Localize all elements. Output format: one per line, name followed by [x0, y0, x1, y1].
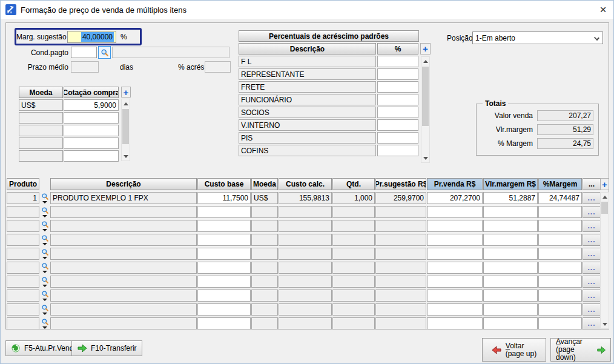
cell-vlr-margem[interactable]: 51,2887: [483, 192, 538, 204]
row-more-button[interactable]: ...: [583, 220, 601, 232]
row-dropdown-icon[interactable]: [42, 299, 47, 301]
moeda-scrollbar[interactable]: [121, 99, 130, 161]
cell-custo-base[interactable]: 11,7500: [197, 192, 251, 204]
product-add-button[interactable]: +: [600, 178, 609, 190]
cell-custo-base[interactable]: [197, 220, 251, 232]
close-icon[interactable]: ×: [595, 2, 611, 17]
cell-pct-margem[interactable]: [538, 303, 582, 316]
search-icon[interactable]: [41, 290, 49, 298]
search-icon[interactable]: [41, 234, 49, 242]
cell-produto[interactable]: [7, 317, 39, 329]
search-icon[interactable]: [41, 248, 49, 256]
cell-pct-margem[interactable]: [538, 262, 582, 274]
cell-pct-margem[interactable]: [538, 220, 582, 232]
cell-custo-base[interactable]: [197, 303, 251, 316]
scroll-down-icon[interactable]: [122, 152, 130, 160]
cell-custo-base[interactable]: [197, 290, 251, 302]
cell-vlr-margem[interactable]: [483, 220, 538, 232]
percentuais-add-button[interactable]: +: [420, 43, 431, 55]
cell-custo-base[interactable]: [197, 317, 251, 329]
cell-pct-input[interactable]: [377, 145, 418, 156]
percentuais-scrollbar[interactable]: [421, 56, 430, 163]
cond-pagto-input[interactable]: [71, 47, 97, 58]
cell-pct-margem[interactable]: [538, 290, 582, 302]
acres-input[interactable]: [205, 61, 231, 73]
row-more-button[interactable]: ...: [583, 192, 601, 204]
avancar-button[interactable]: Avançar (page down): [550, 338, 611, 362]
cell-pr-venda[interactable]: [427, 262, 483, 274]
cell-custo-base[interactable]: [197, 262, 251, 274]
cell-pct-input[interactable]: [377, 56, 418, 67]
product-search-cell[interactable]: [40, 234, 50, 246]
cell-pct-margem[interactable]: [538, 234, 582, 246]
cell-pr-venda[interactable]: [427, 234, 483, 246]
row-dropdown-icon[interactable]: [42, 326, 47, 329]
cell-vlr-margem[interactable]: [483, 317, 538, 329]
row-more-button[interactable]: ...: [583, 248, 601, 260]
cell-custo-base[interactable]: [197, 248, 251, 260]
search-icon[interactable]: [41, 207, 49, 214]
product-search-cell[interactable]: [40, 317, 50, 329]
row-dropdown-icon[interactable]: [42, 313, 47, 315]
scroll-up-icon[interactable]: [601, 193, 609, 201]
cell-cotacao-input[interactable]: [64, 125, 119, 136]
row-more-button[interactable]: ...: [583, 303, 601, 316]
cell-vlr-margem[interactable]: [483, 248, 538, 260]
row-dropdown-icon[interactable]: [42, 229, 47, 231]
posicao-dropdown[interactable]: 1-Em aberto: [472, 31, 603, 44]
product-search-cell[interactable]: [40, 262, 50, 274]
cell-pr-venda[interactable]: [427, 303, 483, 316]
cell-vlr-margem[interactable]: [483, 276, 538, 288]
moeda-scroll-thumb[interactable]: [122, 109, 129, 144]
percentuais-scroll-thumb[interactable]: [422, 67, 429, 126]
search-icon[interactable]: [41, 262, 49, 270]
scroll-down-icon[interactable]: [421, 154, 429, 162]
cell-pct-input[interactable]: [377, 68, 418, 80]
cell-produto[interactable]: [7, 234, 39, 246]
cell-custo-base[interactable]: [197, 206, 251, 218]
cell-pct-input[interactable]: [377, 81, 418, 93]
cell-produto[interactable]: [7, 248, 39, 260]
search-icon[interactable]: [41, 276, 49, 284]
scroll-down-icon[interactable]: [601, 320, 609, 328]
f10-transfer-button[interactable]: F10-Transferir: [71, 340, 142, 356]
cell-produto[interactable]: [7, 262, 39, 274]
row-dropdown-icon[interactable]: [42, 215, 47, 217]
cell-cotacao-input[interactable]: [64, 137, 119, 149]
row-more-button[interactable]: ...: [583, 317, 601, 329]
cell-cotacao-input[interactable]: [64, 112, 119, 124]
cell-cotacao-input[interactable]: [64, 150, 119, 162]
cell-produto[interactable]: [7, 303, 39, 316]
row-more-button[interactable]: ...: [583, 262, 601, 274]
search-icon[interactable]: [41, 318, 49, 326]
product-search-cell[interactable]: [40, 290, 50, 302]
row-more-button[interactable]: ...: [583, 234, 601, 246]
row-dropdown-icon[interactable]: [42, 257, 47, 259]
cell-pct-margem[interactable]: [538, 276, 582, 288]
cell-pr-venda[interactable]: [427, 220, 483, 232]
cell-pr-venda[interactable]: [427, 276, 483, 288]
product-search-cell[interactable]: [40, 276, 50, 288]
product-search-cell[interactable]: [40, 192, 50, 204]
cell-custo-base[interactable]: [197, 276, 251, 288]
cell-custo-base[interactable]: [197, 234, 251, 246]
cell-produto[interactable]: [7, 290, 39, 302]
row-more-button[interactable]: ...: [583, 290, 601, 302]
cell-pct-margem[interactable]: 24,74487: [538, 192, 582, 204]
product-scrollbar[interactable]: [600, 192, 609, 329]
cell-pr-venda[interactable]: [427, 206, 483, 218]
moeda-add-button[interactable]: +: [121, 87, 131, 98]
product-search-cell[interactable]: [40, 220, 50, 232]
cell-produto[interactable]: 1: [7, 192, 39, 204]
row-dropdown-icon[interactable]: [42, 243, 47, 245]
row-more-button[interactable]: ...: [583, 276, 601, 288]
row-dropdown-icon[interactable]: [42, 201, 47, 204]
cell-pct-input[interactable]: [377, 132, 418, 144]
cell-pct-input[interactable]: [377, 94, 418, 105]
cell-pr-venda[interactable]: [427, 290, 483, 302]
cell-produto[interactable]: [7, 220, 39, 232]
cell-vlr-margem[interactable]: [483, 206, 538, 218]
product-search-cell[interactable]: [40, 303, 50, 316]
cell-pct-input[interactable]: [377, 107, 418, 118]
cell-vlr-margem[interactable]: [483, 303, 538, 316]
